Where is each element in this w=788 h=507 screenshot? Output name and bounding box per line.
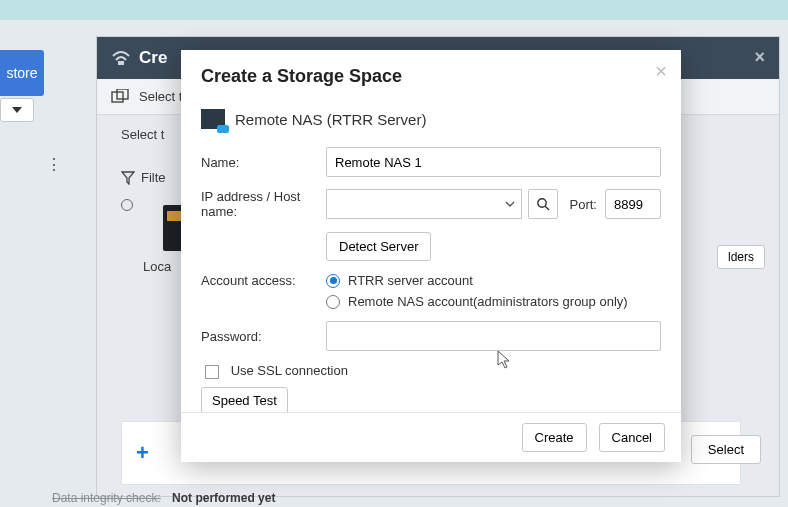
source-radio[interactable] [121, 199, 133, 211]
name-input[interactable] [326, 147, 661, 177]
more-icon[interactable]: ⋮ [46, 155, 64, 174]
modal-header: Create a Storage Space × [181, 50, 681, 97]
speed-test-button[interactable]: Speed Test [201, 387, 288, 412]
svg-point-3 [537, 199, 545, 207]
name-label: Name: [201, 155, 326, 170]
ssl-label: Use SSL connection [231, 363, 348, 378]
modal-subtitle: Remote NAS (RTRR Server) [201, 109, 661, 129]
select-button[interactable]: Select [691, 435, 761, 464]
remote-nas-icon [201, 109, 225, 129]
search-ip-button[interactable] [528, 189, 558, 219]
integrity-status: Data integrity check: Not performed yet [52, 491, 275, 505]
sidebar-dropdown[interactable] [0, 98, 34, 122]
filter-label: Filte [141, 170, 166, 185]
search-icon [536, 197, 550, 211]
ip-label: IP address / Host name: [201, 189, 326, 219]
close-icon[interactable]: × [655, 60, 667, 83]
folders-button[interactable]: lders [717, 245, 765, 269]
radio-rtrr-label: RTRR server account [348, 273, 473, 288]
radio-rtrr[interactable]: RTRR server account [326, 273, 628, 288]
copy-icon [111, 89, 131, 105]
create-button[interactable]: Create [522, 423, 587, 452]
cancel-button[interactable]: Cancel [599, 423, 665, 452]
create-storage-modal: Create a Storage Space × Remote NAS (RTR… [181, 50, 681, 462]
filter-icon [121, 171, 135, 185]
password-input[interactable] [326, 321, 661, 351]
port-label: Port: [570, 197, 597, 212]
modal-title: Create a Storage Space [201, 66, 661, 87]
svg-rect-0 [118, 61, 124, 65]
ssl-checkbox[interactable] [205, 365, 219, 379]
ip-combo[interactable] [326, 189, 522, 219]
ssl-row[interactable]: Use SSL connection [201, 363, 661, 379]
sidebar-store[interactable]: store [0, 50, 44, 96]
app-top-strip [0, 0, 788, 20]
modal-subtitle-text: Remote NAS (RTRR Server) [235, 111, 426, 128]
radio-remote[interactable]: Remote NAS account(administrators group … [326, 294, 628, 309]
caret-down-icon [12, 107, 22, 113]
radio-remote-label: Remote NAS account(administrators group … [348, 294, 628, 309]
wifi-icon [111, 50, 131, 66]
detect-server-button[interactable]: Detect Server [326, 232, 431, 261]
chevron-down-icon [505, 201, 515, 207]
account-label: Account access: [201, 273, 326, 288]
password-label: Password: [201, 329, 326, 344]
modal-footer: Create Cancel [181, 412, 681, 462]
svg-line-4 [545, 206, 549, 210]
plus-icon: + [136, 440, 149, 466]
ip-input[interactable] [326, 189, 500, 219]
parent-window-title: Cre [139, 48, 167, 68]
parent-window-close[interactable]: × [754, 47, 765, 68]
modal-body: Remote NAS (RTRR Server) Name: IP addres… [181, 97, 681, 412]
port-input[interactable] [605, 189, 661, 219]
toolbar-select-label: Select t [139, 89, 182, 104]
ip-dropdown[interactable] [500, 189, 521, 219]
